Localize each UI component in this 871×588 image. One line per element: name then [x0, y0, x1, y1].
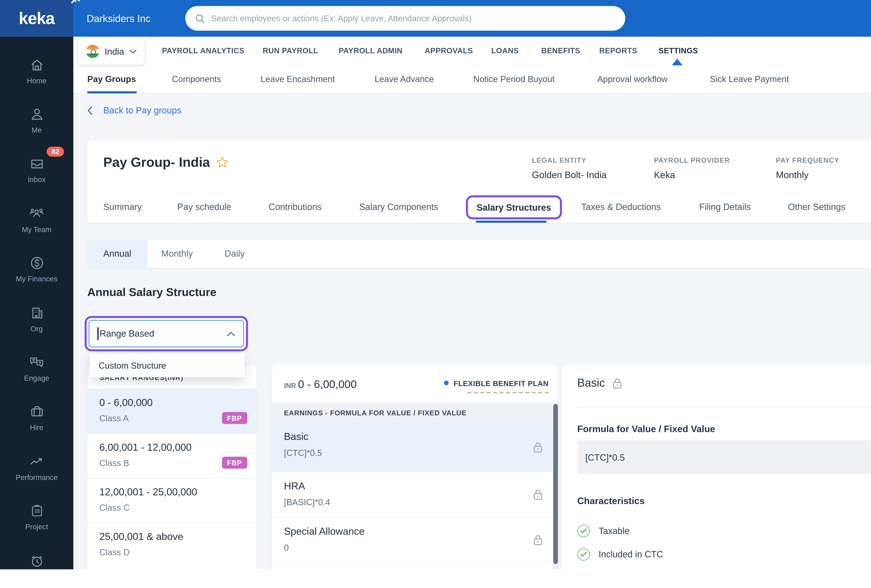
user-icon	[29, 107, 44, 122]
section-title: Annual Salary Structure	[87, 286, 216, 299]
subnav-approval-workflow[interactable]: Approval workflow	[597, 65, 668, 93]
detail-title-row: Basic	[577, 377, 623, 390]
keka-logo[interactable]: keka	[0, 0, 73, 37]
company-name: Darksiders Inc	[87, 0, 151, 37]
meta-label: PAYROLL PROVIDER	[654, 156, 730, 164]
sidebar-item-performance[interactable]: Performance	[0, 443, 73, 492]
scrollbar-thumb[interactable]	[553, 404, 558, 564]
earnings-header: INR0 - 6,00,000 FLEXIBLE BENEFIT PLAN	[272, 365, 558, 402]
earning-component-row[interactable]: Basic [CTC]*0.5	[272, 423, 558, 471]
tab-taxes-deductions[interactable]: Taxes & Deductions	[581, 192, 661, 223]
tab-other-settings[interactable]: Other Settings	[788, 192, 846, 223]
salary-range-row[interactable]: 6,00,001 - 12,00,000 Class B FBP	[87, 433, 257, 478]
lock-icon	[533, 534, 543, 546]
component-name: Basic	[284, 431, 558, 442]
meta-value: Golden Bolt- India	[532, 169, 607, 180]
nav-payroll-analytics[interactable]: PAYROLL ANALYTICS	[162, 37, 245, 65]
tab-salary-structures-highlight: Salary Structures	[466, 195, 562, 219]
nav-payroll-admin[interactable]: PAYROLL ADMIN	[339, 37, 403, 65]
characteristic-included-in-ctc: Included in CTC	[577, 548, 663, 561]
region-label: India	[105, 46, 124, 56]
earnings-range-value: 0 - 6,00,000	[298, 378, 357, 390]
sidebar-item-me[interactable]: Me	[0, 96, 73, 145]
search-input[interactable]	[211, 13, 616, 23]
detail-divider	[577, 407, 871, 407]
subnav-leave-encashment[interactable]: Leave Encashment	[260, 65, 335, 93]
search-icon	[195, 13, 205, 24]
chevron-up-icon[interactable]	[227, 331, 235, 337]
sidebar-item-home[interactable]: Home	[0, 46, 73, 96]
salary-ranges-panel: SALARY RANGES(INR) 0 - 6,00,000 Class A …	[87, 365, 257, 569]
chat-icon	[29, 355, 45, 370]
app: keka Darksiders Inc	[0, 0, 871, 588]
meta-label: LEGAL ENTITY	[532, 156, 607, 164]
subnav-notice-period-buyout[interactable]: Notice Period Buyout	[473, 65, 555, 93]
component-formula: 0	[284, 543, 558, 553]
sidebar-item-project[interactable]: Project	[0, 492, 73, 542]
active-subnav-underline	[87, 91, 136, 93]
option-custom-structure[interactable]: Custom Structure	[90, 354, 245, 377]
pay-group-tabs: Summary Pay schedule Contributions Salar…	[87, 192, 871, 223]
sidebar-item-engage[interactable]: Engage	[0, 344, 73, 393]
top-bar: keka Darksiders Inc	[0, 0, 871, 37]
earning-component-row[interactable]: Special Allowance 0	[272, 517, 558, 562]
salary-range-row[interactable]: 0 - 6,00,000 Class A FBP	[87, 389, 257, 433]
sidebar-item-org[interactable]: Org	[0, 294, 73, 344]
pay-group-card: Pay Group- India LEGAL ENTITY Golden Bol…	[87, 140, 871, 223]
nav-run-payroll[interactable]: RUN PAYROLL	[263, 37, 318, 65]
chevron-down-icon	[129, 49, 137, 54]
tab-pay-schedule[interactable]: Pay schedule	[177, 192, 231, 223]
sidebar-item-hire[interactable]: Hire	[0, 393, 73, 443]
currency-code: INR	[284, 382, 296, 389]
nav-loans[interactable]: LOANS	[491, 37, 519, 65]
meta-pay-frequency: PAY FREQUENCY Monthly	[776, 156, 839, 180]
region-selector[interactable]: India	[78, 38, 145, 64]
global-search[interactable]	[186, 6, 625, 31]
sidebar-item-time-attend[interactable]: Time Attend	[0, 542, 73, 569]
sidebar-item-my-team[interactable]: My Team	[0, 195, 73, 244]
subnav-leave-advance[interactable]: Leave Advance	[374, 65, 434, 93]
nav-benefits[interactable]: BENEFITS	[541, 37, 580, 65]
back-to-pay-groups-link[interactable]: Back to Pay groups	[87, 105, 181, 115]
back-link-label: Back to Pay groups	[103, 105, 181, 115]
active-nav-pointer	[672, 59, 682, 65]
tab-filing-details[interactable]: Filing Details	[699, 192, 751, 223]
period-tab-annual[interactable]: Annual	[87, 240, 147, 268]
sidebar: Home Me 82 Inbox My Team My Finances Org…	[0, 37, 73, 569]
sidebar-item-inbox[interactable]: 82 Inbox	[0, 145, 73, 195]
characteristics-label: Characteristics	[577, 495, 645, 506]
nav-approvals[interactable]: APPROVALS	[425, 37, 473, 65]
nav-reports[interactable]: REPORTS	[599, 37, 637, 65]
structure-type-options: Custom Structure	[90, 354, 245, 377]
earnings-section-header: EARNINGS - FORMULA FOR VALUE / FIXED VAL…	[272, 402, 558, 423]
tab-summary[interactable]: Summary	[103, 192, 142, 223]
tab-salary-structures[interactable]: Salary Structures	[477, 202, 551, 212]
subnav-sick-leave-payment[interactable]: Sick Leave Payment	[710, 65, 789, 93]
briefcase-icon	[29, 404, 44, 419]
tab-contributions[interactable]: Contributions	[269, 192, 322, 223]
formula-value-box: [CTC]*0.5	[577, 441, 871, 474]
inbox-count-badge: 82	[47, 147, 64, 156]
salary-range-row[interactable]: 25,00,001 & above Class D	[87, 523, 257, 567]
bottom-whitespace	[0, 569, 871, 588]
sidebar-item-my-finances[interactable]: My Finances	[0, 244, 73, 294]
pay-group-title-row: Pay Group- India	[103, 155, 229, 170]
meta-label: PAY FREQUENCY	[776, 156, 839, 164]
tab-salary-components[interactable]: Salary Components	[359, 192, 438, 223]
inbox-icon	[29, 156, 44, 172]
logo-spark-icon	[69, 0, 83, 7]
structure-type-input[interactable]: Range Based	[89, 320, 244, 347]
period-tab-monthly[interactable]: Monthly	[161, 240, 193, 268]
star-icon[interactable]	[216, 156, 229, 169]
chevron-left-icon	[87, 106, 93, 115]
range-value: 25,00,001 & above	[99, 531, 247, 542]
subnav-components[interactable]: Components	[172, 65, 221, 93]
period-tab-daily[interactable]: Daily	[225, 240, 245, 268]
flexible-benefit-plan-link[interactable]: FLEXIBLE BENEFIT PLAN	[444, 379, 549, 387]
salary-range-row[interactable]: 12,00,001 - 25,00,000 Class C	[87, 478, 257, 523]
lock-icon	[533, 441, 543, 453]
subnav-pay-groups[interactable]: Pay Groups	[87, 65, 136, 93]
earning-component-row[interactable]: HRA [BASIC]*0.4	[272, 471, 558, 516]
sidebar-label: Project	[25, 523, 48, 531]
component-name: Special Allowance	[284, 525, 558, 537]
